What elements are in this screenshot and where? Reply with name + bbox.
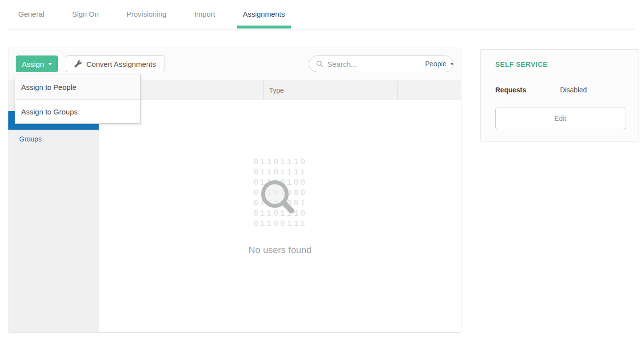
assign-button[interactable]: Assign bbox=[16, 56, 58, 72]
tab-general[interactable]: General bbox=[12, 0, 50, 28]
assign-button-label: Assign bbox=[22, 60, 44, 68]
self-service-title: SELF SERVICE bbox=[495, 60, 548, 68]
column-divider bbox=[263, 81, 264, 100]
chevron-down-icon bbox=[450, 63, 454, 65]
search-area bbox=[309, 56, 425, 72]
search-icon bbox=[316, 60, 323, 68]
menu-item-assign-to-people[interactable]: Assign to People bbox=[15, 75, 140, 99]
magnifier-icon bbox=[257, 176, 299, 219]
binary-row: 01101111 bbox=[253, 167, 307, 177]
binary-art: 01101110 01101111 01110100 01101000 0110… bbox=[253, 157, 307, 229]
column-header-type: Type bbox=[269, 81, 284, 100]
tab-assignments[interactable]: Assignments bbox=[237, 0, 291, 28]
convert-assignments-label: Convert Assignments bbox=[86, 60, 156, 68]
requests-value: Disabled bbox=[560, 86, 587, 94]
search-filter-value: People bbox=[425, 60, 447, 68]
column-divider bbox=[397, 81, 398, 100]
tab-bar: General Sign On Provisioning Import Assi… bbox=[8, 0, 636, 29]
assignment-filter-sidebar: Groups bbox=[8, 100, 99, 332]
binary-row: 01101110 bbox=[253, 157, 307, 167]
sidebar-item-groups[interactable]: Groups bbox=[8, 130, 99, 148]
edit-button[interactable]: Edit bbox=[495, 108, 625, 129]
empty-state-message: No users found bbox=[99, 245, 461, 255]
self-service-card: SELF SERVICE Requests Disabled Edit bbox=[480, 49, 639, 141]
chevron-down-icon bbox=[48, 63, 52, 65]
binary-row: 01100111 bbox=[253, 219, 307, 229]
search-filter-dropdown[interactable]: People bbox=[425, 56, 454, 72]
menu-item-assign-to-groups[interactable]: Assign to Groups bbox=[15, 99, 140, 123]
wrench-icon bbox=[74, 60, 82, 68]
search-input[interactable] bbox=[327, 60, 425, 68]
search-pill: People bbox=[309, 56, 454, 72]
tab-provisioning[interactable]: Provisioning bbox=[120, 0, 172, 28]
app-assignments-page: General Sign On Provisioning Import Assi… bbox=[0, 0, 644, 337]
requests-label: Requests bbox=[495, 86, 526, 94]
convert-assignments-button[interactable]: Convert Assignments bbox=[66, 56, 164, 72]
tab-import[interactable]: Import bbox=[188, 0, 221, 28]
empty-state-area: 01101110 01101111 01110100 01101000 0110… bbox=[99, 100, 461, 332]
tab-sign-on[interactable]: Sign On bbox=[66, 0, 105, 28]
assign-dropdown-menu: Assign to People Assign to Groups bbox=[15, 75, 141, 124]
